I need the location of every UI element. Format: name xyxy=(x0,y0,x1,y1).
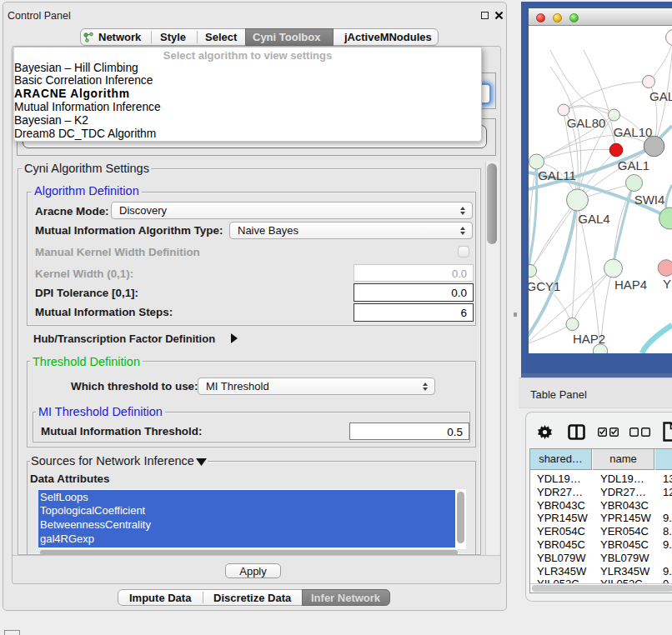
svg-text:GCY1: GCY1 xyxy=(529,279,560,293)
svg-text:YD: YD xyxy=(663,277,672,291)
svg-text:GAL10: GAL10 xyxy=(614,125,653,139)
svg-text:GAL: GAL xyxy=(649,89,672,103)
svg-text:GAL80: GAL80 xyxy=(567,116,606,130)
svg-text:GAL1: GAL1 xyxy=(618,158,649,172)
svg-text:SWI4: SWI4 xyxy=(634,192,665,207)
svg-text:HAP4: HAP4 xyxy=(614,278,647,292)
svg-text:GAL4: GAL4 xyxy=(578,212,609,226)
svg-text:HAP2: HAP2 xyxy=(573,332,605,346)
svg-text:GAL11: GAL11 xyxy=(538,168,576,182)
